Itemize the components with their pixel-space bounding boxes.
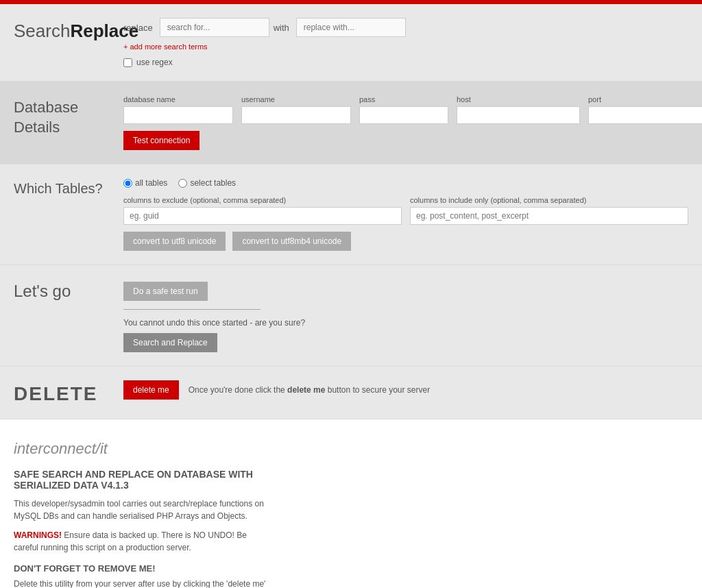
divider <box>123 309 261 310</box>
convert-utf8mb4-button[interactable]: convert to utf8mb4 unicode <box>232 232 351 251</box>
delete-content: delete me Once you're done click the del… <box>123 380 688 400</box>
search-and-replace-button[interactable]: Search and Replace <box>123 333 217 352</box>
tables-radio-row: all tables select tables <box>123 178 688 188</box>
brand-name: interconnect/it <box>14 440 267 458</box>
select-tables-radio[interactable] <box>178 179 187 188</box>
delete-label: DELETE <box>14 380 123 405</box>
exclude-label: columns to exclude (optional, comma sepa… <box>123 196 402 204</box>
warning-label: WARNINGS! <box>14 530 62 540</box>
search-input[interactable] <box>160 18 269 37</box>
search-replace-content: replace with + add more search terms use… <box>123 18 688 67</box>
exclude-input[interactable] <box>123 207 402 225</box>
convert-row: convert to utf8 unicode convert to utf8m… <box>123 232 688 251</box>
regex-row: use regex <box>123 58 688 67</box>
pass-label: pass <box>359 95 448 103</box>
tables-label: Which Tables? <box>14 178 123 197</box>
password-input[interactable] <box>359 106 448 124</box>
search-replace-section: SearchReplace replace with + add more se… <box>0 4 702 82</box>
port-label: port <box>588 95 702 103</box>
database-label: Database Details <box>14 95 123 137</box>
host-label: host <box>457 95 580 103</box>
warning-text: You cannot undo this once started - are … <box>123 318 688 328</box>
regex-label: use regex <box>136 58 173 67</box>
app-title: SearchReplace <box>14 18 123 42</box>
username-input[interactable] <box>241 106 351 124</box>
with-label: with <box>274 23 289 33</box>
replace-label: replace <box>123 23 153 33</box>
username-field-group: username <box>241 95 351 124</box>
search-row: replace with <box>123 18 688 37</box>
regex-checkbox[interactable] <box>123 58 132 67</box>
remove-text1: Delete this utility from your server aft… <box>14 578 267 588</box>
delete-me-button[interactable]: delete me <box>123 380 179 400</box>
remove-heading: DON'T FORGET TO REMOVE ME! <box>14 563 267 574</box>
pass-field-group: pass <box>359 95 448 124</box>
letsgo-section: Let's go Do a safe test run You cannot u… <box>0 265 702 367</box>
exclude-col-group: columns to exclude (optional, comma sepa… <box>123 196 402 225</box>
db-fields-row: database name username pass host port <box>123 95 702 124</box>
all-tables-radio[interactable] <box>123 179 132 188</box>
include-input[interactable] <box>410 207 688 225</box>
info-desc1: This developer/sysadmin tool carries out… <box>14 498 267 522</box>
delete-section: DELETE delete me Once you're done click … <box>0 367 702 419</box>
include-col-group: columns to include only (optional, comma… <box>410 196 688 225</box>
add-search-terms-link[interactable]: + add more search terms <box>123 42 688 51</box>
replace-input[interactable] <box>296 18 406 37</box>
letsgo-label: Let's go <box>14 279 123 301</box>
info-title: SAFE SEARCH AND REPLACE ON DATABASE WITH… <box>14 469 267 491</box>
convert-utf8-button[interactable]: convert to utf8 unicode <box>123 232 226 251</box>
host-field-group: host <box>457 95 580 124</box>
test-connection-button[interactable]: Test connection <box>123 131 199 150</box>
info-warnings: WARNINGS! Ensure data is backed up. Ther… <box>14 529 267 554</box>
database-content: database name username pass host port <box>123 95 702 150</box>
info-section: interconnect/it SAFE SEARCH AND REPLACE … <box>0 419 702 588</box>
db-name-label: database name <box>123 95 233 103</box>
db-name-input[interactable] <box>123 106 233 124</box>
database-section: Database Details database name username … <box>0 82 702 164</box>
test-run-button[interactable]: Do a safe test run <box>123 282 208 301</box>
columns-row: columns to exclude (optional, comma sepa… <box>123 196 688 225</box>
info-body: interconnect/it SAFE SEARCH AND REPLACE … <box>14 440 267 588</box>
include-label: columns to include only (optional, comma… <box>410 196 688 204</box>
select-tables-label: select tables <box>178 178 236 188</box>
username-label: username <box>241 95 351 103</box>
tables-section: Which Tables? all tables select tables c… <box>0 164 702 265</box>
tables-content: all tables select tables columns to excl… <box>123 178 688 251</box>
all-tables-label: all tables <box>123 178 167 188</box>
port-field-group: port <box>588 95 702 124</box>
letsgo-content: Do a safe test run You cannot undo this … <box>123 279 688 352</box>
port-input[interactable] <box>588 106 702 124</box>
delete-description: Once you're done click the delete me but… <box>189 385 430 395</box>
host-input[interactable] <box>457 106 580 124</box>
delete-inline: delete me Once you're done click the del… <box>123 380 688 400</box>
db-name-field-group: database name <box>123 95 233 124</box>
